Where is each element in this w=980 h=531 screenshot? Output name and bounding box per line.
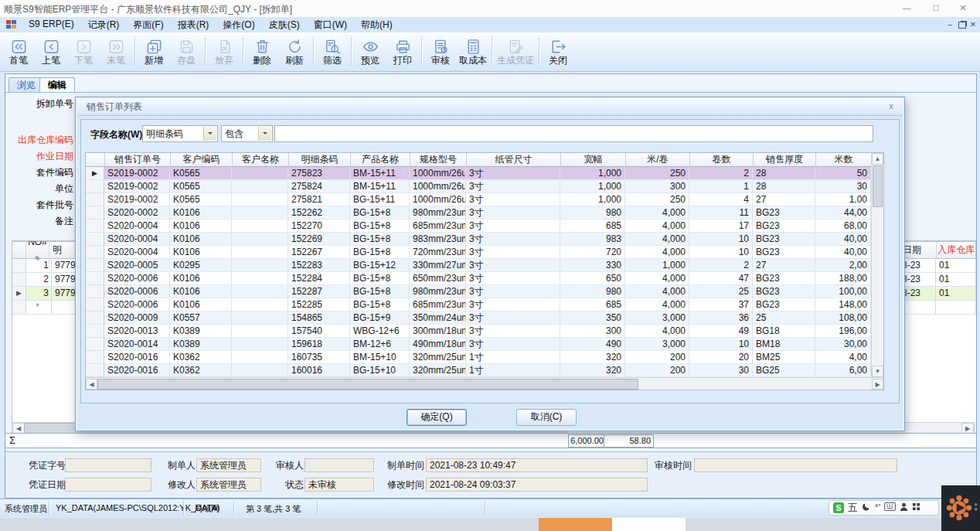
- column-header-0[interactable]: 销售订单号: [105, 153, 171, 167]
- cancel-button[interactable]: 取消(C): [516, 409, 577, 426]
- column-header-9[interactable]: 卷数: [690, 153, 754, 167]
- ok-button[interactable]: 确定(Q): [407, 409, 467, 426]
- right-grid-row[interactable]: 8-2301: [900, 259, 976, 273]
- order-row[interactable]: ▶S2019-0002K0565275823BM-15+111000mm/26u…: [86, 167, 883, 180]
- toolbar-filter-button[interactable]: 筛选: [316, 35, 349, 68]
- order-row[interactable]: S2020-0006K0106152287BG-15+8980mm/23um..…: [86, 285, 883, 298]
- scroll-thumb[interactable]: [873, 165, 883, 207]
- column-header-11[interactable]: 米数: [816, 153, 872, 167]
- scroll-down-icon[interactable]: ▼: [872, 366, 883, 377]
- left-grid-row[interactable]: *: [12, 301, 77, 315]
- grid-menu-icon[interactable]: [912, 502, 920, 513]
- order-row[interactable]: S2020-0016K0362160016BG-15+10320mm/25um.…: [86, 364, 883, 377]
- search-field-dropdown[interactable]: 明细条码: [142, 125, 218, 142]
- cell: 30: [815, 180, 871, 193]
- toolbar-refresh-button[interactable]: 刷新: [278, 35, 311, 68]
- column-header-warehouse[interactable]: 入库仓库: [937, 242, 975, 258]
- scroll-thumb[interactable]: [97, 379, 638, 390]
- wubi-mode-label[interactable]: 五: [848, 502, 858, 513]
- dialog-close-icon[interactable]: x: [886, 100, 897, 111]
- right-grid-row[interactable]: [900, 301, 976, 315]
- toolbar-print-button[interactable]: 打印: [386, 35, 419, 68]
- window-close-button[interactable]: ✕: [957, 2, 969, 14]
- order-row[interactable]: S2020-0002K0106152262BG-15+8980mm/23um..…: [86, 206, 883, 220]
- order-row[interactable]: S2020-0004K0106152270BG-15+8685mm/23um..…: [86, 220, 883, 233]
- search-input[interactable]: [274, 125, 873, 142]
- scroll-right-icon[interactable]: ▶: [872, 379, 883, 390]
- scroll-left-icon[interactable]: ◀: [12, 423, 25, 434]
- order-row[interactable]: S2020-0006K0106152284BG-15+8650mm/23um..…: [86, 272, 883, 285]
- toolbar-delete-button[interactable]: 删除: [246, 35, 278, 68]
- grid-vscrollbar[interactable]: ▲▼: [871, 153, 883, 377]
- order-row[interactable]: S2020-0014K0389159618BM-12+6490mm/18um..…: [86, 338, 883, 351]
- column-header-detail[interactable]: 明: [49, 242, 77, 258]
- menu-item-6[interactable]: 窗口(W): [307, 17, 354, 33]
- keyboard-icon[interactable]: [884, 502, 896, 513]
- column-header-4[interactable]: 产品名称: [351, 153, 410, 167]
- window-minimize-button[interactable]: —: [900, 2, 913, 14]
- menu-item-1[interactable]: 记录(R): [81, 17, 127, 33]
- order-row[interactable]: S2020-0006K0106152285BG-15+8685mm/23um..…: [86, 298, 883, 311]
- column-header-10[interactable]: 销售厚度: [754, 153, 816, 167]
- chevron-down-icon[interactable]: [203, 127, 216, 141]
- column-header-3[interactable]: 明细条码: [289, 153, 351, 167]
- toolbar-add-button[interactable]: 新增: [138, 35, 170, 68]
- toolbar-audit-button[interactable]: 审核: [424, 35, 457, 68]
- search-operator-dropdown[interactable]: 包含: [221, 125, 273, 142]
- column-header-date[interactable]: 日期: [900, 242, 937, 258]
- menu-item-0[interactable]: S9 ERP(E): [22, 17, 81, 33]
- cell: 6,00: [815, 364, 871, 377]
- recorder-overlay-icon[interactable]: ●●: [941, 485, 980, 531]
- toolbar-close-door-button[interactable]: 关闭: [542, 35, 574, 68]
- toolbar-button-label: 关闭: [549, 56, 567, 66]
- left-grid-row[interactable]: 197792: [12, 259, 77, 273]
- order-row[interactable]: S2020-0016K0362160735BM-15+10320mm/25um.…: [86, 351, 883, 364]
- menu-item-3[interactable]: 报表(R): [171, 17, 216, 33]
- menu-item-4[interactable]: 操作(O): [216, 17, 261, 33]
- column-header-6[interactable]: 纸管尺寸: [467, 153, 561, 167]
- order-row[interactable]: S2020-0009K0557154865BG-15+9350mm/24um..…: [86, 311, 883, 325]
- window-maximize-button[interactable]: □: [930, 2, 942, 14]
- person-icon[interactable]: [900, 502, 908, 514]
- column-header-5[interactable]: 规格型号: [410, 153, 467, 167]
- scroll-right-icon[interactable]: ▶: [961, 423, 974, 434]
- toolbar-cost-button[interactable]: 取成本: [457, 35, 489, 68]
- column-header-8[interactable]: 米/卷: [626, 153, 690, 167]
- order-row[interactable]: S2020-0004K0106152269BG-15+8983mm/23um..…: [86, 233, 883, 246]
- left-grid-row[interactable]: ▶397792: [12, 287, 77, 301]
- scroll-left-icon[interactable]: ◀: [86, 379, 97, 390]
- cell: 350: [560, 311, 625, 325]
- tab-edit[interactable]: 编辑: [39, 77, 75, 93]
- scroll-up-icon[interactable]: ▲: [872, 153, 883, 165]
- chevron-down-icon[interactable]: [258, 127, 271, 141]
- order-row[interactable]: S2020-0004K0106152267BG-15+8720mm/23um..…: [86, 246, 883, 259]
- mdi-restore-icon[interactable]: [958, 22, 966, 29]
- column-header-2[interactable]: 客户名称: [233, 153, 289, 167]
- grid-hscrollbar[interactable]: ◀▶: [86, 377, 883, 390]
- order-row[interactable]: S2019-0002K0565275821BG-15+111000mm/26u.…: [86, 193, 883, 206]
- cell: S2020-0002: [104, 206, 170, 220]
- mdi-minimize-icon[interactable]: –: [944, 19, 955, 30]
- grid-indicator-header: [86, 153, 105, 167]
- column-header-7[interactable]: 宽幅: [561, 153, 626, 167]
- right-grid-row[interactable]: 8-2301: [900, 273, 976, 287]
- menu-item-2[interactable]: 界面(F): [126, 17, 170, 33]
- input-method-bar[interactable]: S 五 °’: [829, 500, 939, 516]
- toolbar-preview-button[interactable]: 预览: [354, 35, 386, 68]
- order-row[interactable]: S2020-0005K0295152283BG-15+12330mm/27um.…: [86, 259, 883, 272]
- sogou-logo-icon[interactable]: S: [833, 502, 844, 513]
- toolbar-nav-prev-button[interactable]: 上笔: [35, 35, 67, 68]
- column-header-1[interactable]: 客户编码: [171, 153, 233, 167]
- right-grid-row[interactable]: 8-2301: [900, 287, 976, 301]
- row-indicator: [86, 193, 104, 206]
- moon-icon[interactable]: [862, 502, 871, 514]
- order-row[interactable]: S2019-0002K0565275824BM-15+111000mm/26u.…: [86, 180, 883, 193]
- toolbar-nav-first-button[interactable]: 首笔: [2, 35, 35, 68]
- menu-item-5[interactable]: 皮肤(S): [262, 17, 307, 33]
- order-row[interactable]: S2020-0013K0389157540WBG-12+6300mm/18um.…: [86, 325, 883, 338]
- menu-item-7[interactable]: 帮助(H): [354, 17, 400, 33]
- left-grid-row[interactable]: 297792: [12, 273, 77, 287]
- punctuation-icon[interactable]: °’: [875, 502, 880, 513]
- mdi-close-icon[interactable]: ✕: [968, 19, 978, 30]
- cell: 152269: [288, 233, 350, 246]
